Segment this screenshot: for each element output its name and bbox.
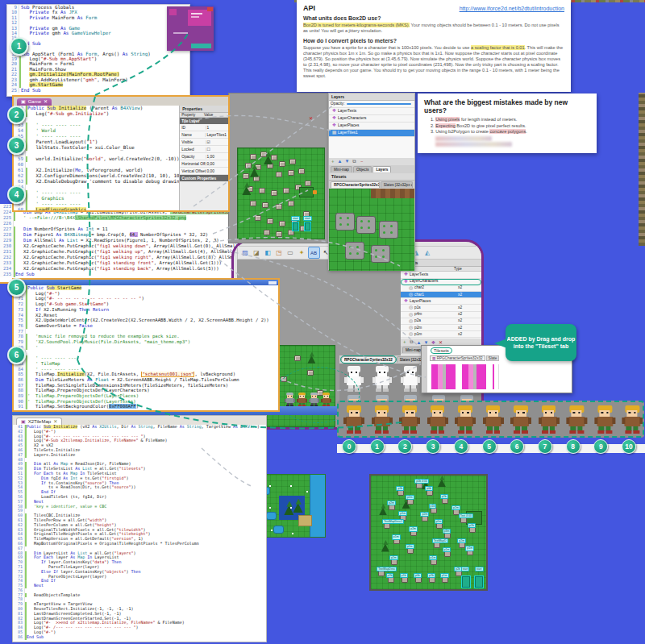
code-line: 59 world.Initialize("world", world.Creat…	[14, 156, 179, 162]
rock-tile	[271, 155, 277, 160]
terrain-tileset-image[interactable]	[329, 189, 414, 271]
rect-select-icon[interactable]: ▭	[285, 247, 296, 258]
property-row[interactable]: Vertical Offset0,00	[180, 168, 228, 175]
start-label: start	[291, 216, 300, 221]
code-line: 90' TileMap.PrepareObjectsDef(LayerTexts…	[14, 399, 278, 405]
property-row[interactable]: Visible☑	[180, 139, 228, 146]
duplicate-layer-icon[interactable]: ⧉	[351, 159, 358, 165]
code-line: 66 ' Graphics	[14, 196, 179, 202]
object-row-LayerTexts[interactable]: ❖LayerTexts	[401, 272, 481, 278]
sprite-frame-number-5: 5	[482, 439, 497, 454]
opacity-slider[interactable]: Opacity:	[329, 101, 414, 108]
eraser-icon[interactable]: ◳	[274, 247, 285, 258]
tileset-tab[interactable]: Slates [32x32px o	[381, 181, 413, 188]
rock-tile	[276, 204, 282, 210]
terrain-brush-icon[interactable]: ◪	[252, 247, 262, 258]
code-line: 231 X2.GraphicCache.PutGraphic("fig1 wal…	[0, 249, 269, 255]
property-row[interactable]: Horizontal Offset0,00	[180, 160, 228, 168]
game-screenshot-large: p0b 4:00p2bp0bp2mp2bp2mp1bp2mp1mp2mText …	[369, 474, 488, 591]
add-object-icon[interactable]: ＋	[401, 339, 408, 346]
property-row[interactable]: NameLayerTiles1	[180, 131, 228, 139]
flip-vertical-icon[interactable]: ◭	[422, 247, 433, 258]
map-object-label: p2m	[435, 519, 443, 524]
sprite-frame-number-1: 1	[370, 439, 385, 454]
map-object-label: p1m	[440, 573, 449, 578]
lower-layer-icon[interactable]: ▼	[343, 159, 351, 165]
text-tool-icon[interactable]: AB	[308, 247, 320, 259]
window-title-bar[interactable]	[14, 280, 278, 285]
magenta-tileset-image[interactable]	[431, 364, 494, 389]
stamp-brush-icon[interactable]: ▨	[240, 247, 251, 258]
map-object-label: p1b	[429, 504, 437, 509]
start-label: start	[303, 216, 312, 221]
property-row[interactable]: ID1	[180, 124, 228, 131]
tab-game[interactable]: ▣Game✕	[17, 98, 52, 106]
rock-tile	[279, 161, 285, 167]
map-object-label: p1m	[443, 547, 452, 552]
close-tab-icon[interactable]: ✕	[44, 98, 48, 106]
layer-row-LayerPlaces[interactable]: ❖LayerPlaces	[329, 123, 414, 130]
tileset-tab[interactable]: RPGCharacterSprites32x32	[341, 356, 396, 363]
rock-tile	[279, 221, 285, 226]
preview-close-icon[interactable]	[207, 7, 213, 11]
bubble-tail	[494, 339, 507, 348]
property-row[interactable]: Locked☐	[180, 146, 228, 153]
dock-tab-layers[interactable]: Layers	[372, 166, 391, 172]
window-controls[interactable]	[268, 281, 277, 285]
object-dot-icon: ◎	[407, 285, 414, 291]
villager-sprite-frame-8	[566, 405, 587, 434]
villager-sprite-frame-10	[622, 405, 643, 434]
code-editor-initialize[interactable]: 50Public Sub Initialize (Parent As B4XVi…	[14, 106, 179, 210]
raise-layer-icon[interactable]: ▲	[336, 159, 343, 165]
layer-row-LayerCharacters[interactable]: ❖LayerCharacters	[329, 115, 414, 123]
code-line: 87 TileMap.SetSingleTileDimensionsInMete…	[14, 383, 278, 388]
fill-bucket-icon[interactable]: ◧	[263, 247, 273, 258]
object-row-char1[interactable]: ◎char1x2	[401, 292, 481, 298]
api-link[interactable]: http://www.iforce2d.net/b2dtut/introduct…	[460, 6, 564, 11]
tileset-tab[interactable]: Slate	[486, 355, 499, 361]
map-canvas[interactable]: startstart ✕	[228, 93, 330, 243]
property-section[interactable]: Tile Layer	[180, 118, 228, 124]
map-object-label: p2m	[420, 512, 429, 517]
rock-tile	[422, 516, 428, 521]
tab-x2tilemap[interactable]: ▣X2TileMap✕	[16, 418, 62, 426]
code-editor-startgame-tilemap[interactable]: 69Public Sub StartGame70 Log("#-")71 Log…	[14, 285, 278, 410]
right-edge-tileset-sliver	[639, 93, 645, 246]
code-editor-x2tilemap[interactable]: 41Public Sub Initialize (vX2 As X2Utils,…	[13, 425, 266, 642]
map-object-label: TextMapDesc	[377, 567, 397, 571]
code-line: 64	[14, 185, 179, 190]
api-question-2: How do I convert pixels to meters?	[303, 38, 564, 44]
map-object-label: p2b	[427, 573, 435, 578]
code-snippet-appstart[interactable]: 9Sub Process_Globals10 Private fx As JFX…	[6, 4, 190, 97]
game-map[interactable]: startstart	[237, 147, 325, 239]
object-dot-icon: ◎	[407, 318, 414, 324]
rock-tile	[305, 181, 311, 186]
property-row[interactable]: Opacity1,00	[180, 153, 228, 160]
white-figure-sprite	[401, 366, 420, 392]
rock-tile	[288, 201, 294, 206]
villager-sprite-frame-7	[539, 405, 560, 434]
module-icon: ▣	[21, 418, 26, 426]
close-tab-icon[interactable]: ✕	[53, 418, 57, 426]
layer-row-LayerTexts[interactable]: ❖LayerTexts	[329, 108, 414, 115]
dot	[306, 491, 308, 492]
map-object-label: p0b	[425, 486, 433, 491]
dock-tab-mini-map[interactable]: Mini-map	[331, 166, 352, 172]
tileset-tab[interactable]: ▦ RPGCharacterSprites32x32	[430, 355, 485, 361]
tutorial-collage: { "app": {"background": "#4456e0"}, "ann…	[0, 0, 645, 644]
duplicate-object-icon[interactable]: ⧉	[408, 339, 415, 346]
api-answer-1: Box2D is tuned for meters-kilograms-seco…	[303, 23, 564, 34]
map-object-label: p0b	[414, 573, 422, 578]
code-line: 81	[14, 350, 278, 355]
code-line: 235End Sub	[0, 272, 269, 277]
code-line: 50Public Sub Initialize (Parent As B4XVi…	[14, 106, 179, 111]
property-section[interactable]: Custom Properties	[180, 175, 228, 181]
code-line: 89' TileMap.PrepareObjectsDef(LayerPlace…	[14, 393, 278, 399]
new-layer-icon[interactable]: ＋	[329, 159, 336, 165]
dock-tab-objects[interactable]: Objects	[353, 166, 372, 172]
tileset-tab[interactable]: RPGCharacterSprites32x32	[331, 181, 380, 188]
pond-tile	[273, 526, 284, 534]
magic-wand-icon[interactable]: ✦	[297, 247, 307, 258]
delete-layer-icon[interactable]: －	[358, 159, 365, 165]
layer-row-LayerTiles1[interactable]: ▦LayerTiles1	[329, 130, 414, 137]
